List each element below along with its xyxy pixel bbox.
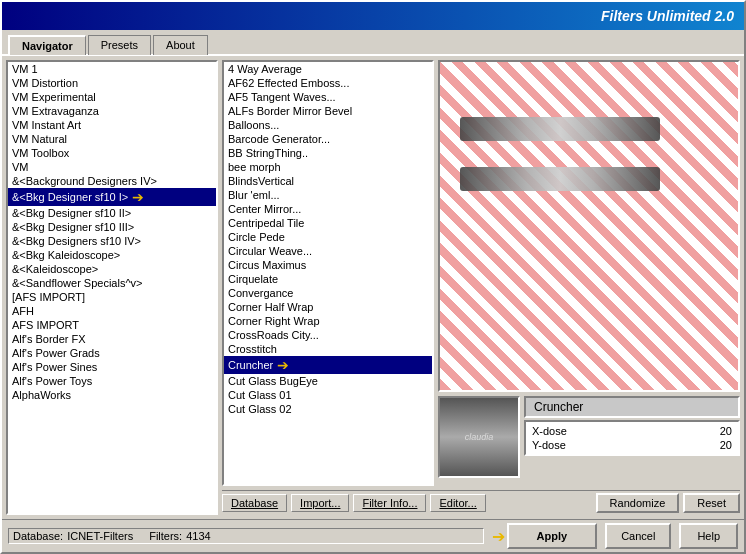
cancel-button[interactable]: Cancel	[605, 523, 671, 549]
right-area: 4 Way Average AF62 Effected Emboss... AF…	[222, 60, 740, 515]
list-item[interactable]: Alf's Power Sines	[8, 360, 216, 374]
import-button[interactable]: Import...	[291, 494, 349, 512]
list-item[interactable]: AFH	[8, 304, 216, 318]
title-text: Filters Unlimited 2.0	[601, 8, 734, 24]
database-value: ICNET-Filters	[67, 530, 133, 542]
filters-value: 4134	[186, 530, 210, 542]
list-item[interactable]: VM Extravaganza	[8, 104, 216, 118]
param-row-xdose: X-dose 20	[528, 424, 736, 438]
help-button[interactable]: Help	[679, 523, 738, 549]
filter-item[interactable]: Circus Maximus	[224, 258, 432, 272]
database-button[interactable]: Database	[222, 494, 287, 512]
list-item[interactable]: VM Instant Art	[8, 118, 216, 132]
title-bar: Filters Unlimited 2.0	[2, 2, 744, 30]
list-item[interactable]: &<Bkg Kaleidoscope>	[8, 248, 216, 262]
category-list-wrapper: VM 1 VM Distortion VM Experimental VM Ex…	[8, 62, 216, 513]
list-item[interactable]: VM	[8, 160, 216, 174]
filter-item[interactable]: Cut Glass 02	[224, 402, 432, 416]
filter-item[interactable]: Corner Half Wrap	[224, 300, 432, 314]
bottom-toolbar: Database Import... Filter Info... Editor…	[222, 490, 740, 515]
preview-bar-top	[460, 117, 660, 141]
filter-item[interactable]: Circle Pede	[224, 230, 432, 244]
filter-list-scroll[interactable]: 4 Way Average AF62 Effected Emboss... AF…	[224, 62, 432, 484]
filter-item[interactable]: Cirquelate	[224, 272, 432, 286]
category-list-panel: VM 1 VM Distortion VM Experimental VM Ex…	[6, 60, 218, 515]
param-value-ydose: 20	[720, 439, 732, 451]
list-item[interactable]: Alf's Border FX	[8, 332, 216, 346]
param-value-xdose: 20	[720, 425, 732, 437]
filter-item[interactable]: Centripedal Tile	[224, 216, 432, 230]
list-item[interactable]: &<Background Designers IV>	[8, 174, 216, 188]
filter-item[interactable]: BB StringThing..	[224, 146, 432, 160]
filter-item[interactable]: AF5 Tangent Waves...	[224, 90, 432, 104]
filter-item[interactable]: ALFs Border Mirror Bevel	[224, 104, 432, 118]
filter-detail-panel: Cruncher X-dose 20 Y-dose 20	[524, 396, 740, 486]
reset-button[interactable]: Reset	[683, 493, 740, 513]
filter-info-button[interactable]: Filter Info...	[353, 494, 426, 512]
preview-canvas	[438, 60, 740, 392]
editor-button[interactable]: Editor...	[430, 494, 485, 512]
list-item[interactable]: &<Bkg Designer sf10 II>	[8, 206, 216, 220]
list-item-selected[interactable]: &<Bkg Designer sf10 I> ➔	[8, 188, 216, 206]
filter-name-header: Cruncher	[524, 396, 740, 418]
arrow-icon-1: ➔	[132, 189, 144, 205]
tab-bar: Navigator Presets About	[2, 30, 744, 54]
filter-item[interactable]: Crosstitch	[224, 342, 432, 356]
list-item[interactable]: Alf's Power Toys	[8, 374, 216, 388]
list-item[interactable]: Alf's Power Grads	[8, 346, 216, 360]
filter-list-wrapper: 4 Way Average AF62 Effected Emboss... AF…	[224, 62, 432, 484]
filter-item[interactable]: Balloons...	[224, 118, 432, 132]
list-item[interactable]: &<Sandflower Specials^v>	[8, 276, 216, 290]
top-area: 4 Way Average AF62 Effected Emboss... AF…	[222, 60, 740, 486]
apply-arrow-icon: ➔	[492, 527, 505, 546]
param-row-ydose: Y-dose 20	[528, 438, 736, 452]
randomize-button[interactable]: Randomize	[596, 493, 680, 513]
filter-item[interactable]: 4 Way Average	[224, 62, 432, 76]
filter-item-selected[interactable]: Cruncher ➔	[224, 356, 432, 374]
list-item[interactable]: [AFS IMPORT]	[8, 290, 216, 304]
filter-item[interactable]: Cut Glass BugEye	[224, 374, 432, 388]
param-label-ydose: Y-dose	[532, 439, 566, 451]
main-window: Filters Unlimited 2.0 Navigator Presets …	[0, 0, 746, 554]
database-label: Database:	[13, 530, 63, 542]
main-area: VM 1 VM Distortion VM Experimental VM Ex…	[2, 54, 744, 519]
apply-button[interactable]: Apply	[507, 523, 598, 549]
filter-item[interactable]: Convergance	[224, 286, 432, 300]
filter-item[interactable]: Barcode Generator...	[224, 132, 432, 146]
apply-container: ➔ Apply	[492, 523, 598, 549]
filter-item[interactable]: bee morph	[224, 160, 432, 174]
filter-item[interactable]: Corner Right Wrap	[224, 314, 432, 328]
filter-item[interactable]: Cut Glass 01	[224, 388, 432, 402]
tab-about[interactable]: About	[153, 35, 208, 55]
filter-item[interactable]: Circular Weave...	[224, 244, 432, 258]
filter-item[interactable]: CrossRoads City...	[224, 328, 432, 342]
status-bar: Database: ICNET-Filters Filters: 4134 ➔ …	[2, 519, 744, 552]
list-item[interactable]: AlphaWorks	[8, 388, 216, 402]
list-item[interactable]: &<Bkg Designers sf10 IV>	[8, 234, 216, 248]
thumbnail-box: claudia	[438, 396, 520, 478]
category-list-scroll[interactable]: VM 1 VM Distortion VM Experimental VM Ex…	[8, 62, 216, 513]
list-item[interactable]: VM Experimental	[8, 90, 216, 104]
list-item[interactable]: VM 1	[8, 62, 216, 76]
list-item[interactable]: VM Toolbox	[8, 146, 216, 160]
list-item[interactable]: &<Kaleidoscope>	[8, 262, 216, 276]
list-item[interactable]: &<Bkg Designer sf10 III>	[8, 220, 216, 234]
filters-label: Filters:	[149, 530, 182, 542]
filter-item[interactable]: Center Mirror...	[224, 202, 432, 216]
filter-item[interactable]: Blur 'eml...	[224, 188, 432, 202]
filter-list-panel: 4 Way Average AF62 Effected Emboss... AF…	[222, 60, 434, 486]
param-panel: X-dose 20 Y-dose 20	[524, 420, 740, 456]
arrow-icon-2: ➔	[277, 357, 289, 373]
thumbnail-label: claudia	[465, 432, 494, 442]
status-section: Database: ICNET-Filters Filters: 4134	[8, 528, 484, 544]
filter-info-row: claudia Cruncher X-dose	[438, 396, 740, 486]
list-item[interactable]: AFS IMPORT	[8, 318, 216, 332]
list-item[interactable]: VM Natural	[8, 132, 216, 146]
list-item[interactable]: VM Distortion	[8, 76, 216, 90]
tab-presets[interactable]: Presets	[88, 35, 151, 55]
tab-navigator[interactable]: Navigator	[8, 35, 86, 55]
param-label-xdose: X-dose	[532, 425, 567, 437]
filter-item[interactable]: AF62 Effected Emboss...	[224, 76, 432, 90]
preview-area: claudia Cruncher X-dose	[438, 60, 740, 486]
filter-item[interactable]: BlindsVertical	[224, 174, 432, 188]
